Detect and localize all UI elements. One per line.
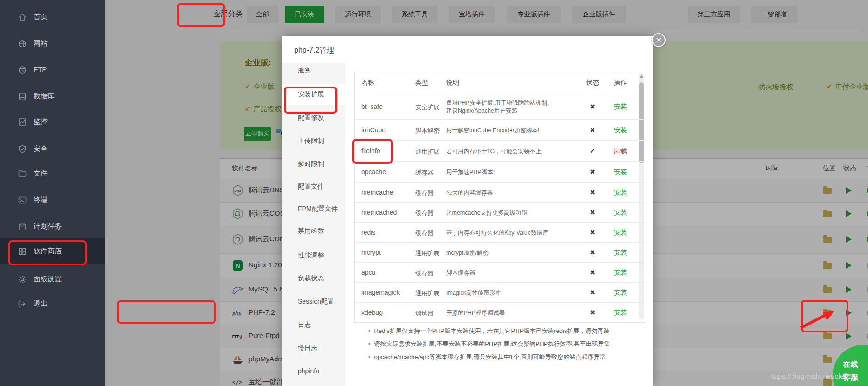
extension-action-安装[interactable]: 安装: [609, 168, 632, 176]
extension-action-安装[interactable]: 安装: [609, 126, 632, 135]
extension-name: memcached: [361, 209, 397, 216]
sidebar-item-label: 软件商店: [34, 247, 62, 256]
extension-action-安装[interactable]: 安装: [609, 269, 632, 277]
modal-title: php-7.2管理: [294, 46, 334, 55]
modal-menu-安装扩展[interactable]: 安装扩展: [282, 84, 345, 105]
website-globe-icon: [18, 39, 27, 48]
modal-menu-label: 配置修改: [298, 114, 324, 122]
home-icon: [18, 13, 27, 22]
modal-menu-禁用函数[interactable]: 禁用函数: [282, 221, 345, 241]
modal-menu-上传限制[interactable]: 上传限制: [282, 131, 345, 151]
extension-type: 缓存器: [415, 229, 434, 237]
modal-menu-Session配置[interactable]: Session配置: [282, 291, 345, 312]
note-line: •Redis扩展仅支持一个PHP版本安装使用，若在其它PHP版本已安装redis…: [368, 327, 609, 335]
modal-menu-phpinfo[interactable]: phpinfo: [282, 361, 345, 382]
extension-type: 脚本解密: [415, 127, 440, 135]
extension-name: redis: [361, 229, 375, 236]
sidebar-item-1[interactable]: 首页: [0, 4, 105, 30]
modal-menu-配置文件[interactable]: 配置文件: [282, 176, 345, 197]
sidebar-item-6[interactable]: 安全: [0, 136, 105, 162]
sidebar-item-5[interactable]: 监控: [0, 109, 105, 135]
modal-menu-label: 服务: [298, 66, 311, 74]
extension-name: xdebug: [361, 309, 383, 316]
modal-menu-日志[interactable]: 日志: [282, 315, 345, 335]
extension-action-安装[interactable]: 安装: [609, 229, 632, 237]
sidebar-item-10[interactable]: 软件商店: [0, 238, 105, 264]
extension-desc: 用于加速PHP脚本!: [446, 169, 586, 176]
extension-type: 缓存器: [415, 169, 434, 177]
sidebar-item-3[interactable]: FTP: [0, 57, 105, 83]
not-installed-x-icon: ✖: [583, 289, 602, 296]
extension-type: 缓存器: [415, 209, 434, 217]
not-installed-x-icon: ✖: [583, 189, 602, 196]
extension-action-安装[interactable]: 安装: [609, 189, 632, 197]
sidebar-item-label: FTP: [34, 65, 47, 73]
note-line: •opcache/xcache/apc等脚本缓存扩展,请只安装其中1个,否则可能…: [368, 353, 606, 361]
extension-action-安装[interactable]: 安装: [609, 209, 632, 217]
sidebar-item-label: 数据库: [34, 92, 55, 101]
ext-column-header: 类型: [415, 79, 428, 87]
sidebar-item-label: 安全: [34, 144, 48, 153]
sidebar-item-12[interactable]: 退出: [0, 291, 105, 317]
sidebar-item-8[interactable]: 终端: [0, 187, 105, 213]
sidebar-item-11[interactable]: 面板设置: [0, 266, 105, 292]
bullet-icon: •: [368, 327, 371, 334]
modal-menu-label: 禁用函数: [298, 227, 324, 235]
sidebar-item-7[interactable]: 文件: [0, 161, 105, 187]
bullet-icon: •: [368, 340, 371, 347]
extension-action-安装[interactable]: 安装: [609, 249, 632, 257]
files-folder-icon: [18, 169, 27, 178]
extension-name: fileinfo: [361, 147, 380, 155]
scroll-up-icon[interactable]: [640, 74, 643, 78]
modal-menu-服务[interactable]: 服务: [282, 60, 345, 81]
modal-menu-FPM配置文件[interactable]: FPM配置文件: [282, 199, 345, 219]
extension-name: bt_safe: [361, 103, 383, 110]
not-installed-x-icon: ✖: [583, 249, 602, 256]
extension-type: 缓存器: [415, 269, 434, 278]
extension-desc: 堡塔PHP安全扩展,用于增强防跨站机制,建议Nginx/Apache用户安装: [446, 99, 586, 115]
extension-desc: 脚本缓存器: [446, 269, 586, 277]
extension-action-安装[interactable]: 安装: [609, 103, 632, 111]
modal-menu-label: FPM配置文件: [298, 205, 338, 213]
modal-menu-label: Session配置: [298, 298, 334, 306]
sidebar-item-9[interactable]: 计划任务: [0, 214, 105, 240]
extension-desc: Imagick高性能图形库: [446, 289, 586, 297]
sidebar-item-label: 退出: [34, 299, 48, 308]
modal-menu-label: 上传限制: [298, 137, 324, 145]
close-icon[interactable]: ✕: [652, 33, 666, 47]
bullet-icon: •: [368, 353, 371, 360]
ext-column-header: 名称: [361, 79, 374, 87]
modal-menu-超时限制[interactable]: 超时限制: [282, 154, 345, 175]
modal-menu-负载状态[interactable]: 负载状态: [282, 268, 345, 289]
extension-desc: 基于内存亦可持久化的Key-Value数据库: [446, 229, 586, 237]
extension-name: mcrypt: [361, 249, 381, 256]
modal-menu-性能调整[interactable]: 性能调整: [282, 245, 345, 266]
watermark-text: https://blog.csdn.net/qlei20: [770, 372, 853, 380]
modal-menu-慢日志[interactable]: 慢日志: [282, 338, 345, 359]
sidebar-item-label: 首页: [34, 13, 48, 21]
extension-action-安装[interactable]: 安装: [609, 309, 632, 317]
sidebar-item-4[interactable]: 数据库: [0, 83, 105, 109]
extension-row: fileinfo通用扩展若可用内存小于1G，可能会安装不上✔卸载: [355, 140, 646, 162]
ext-column-header: 状态: [583, 79, 602, 87]
extension-row: redis缓存器基于内存亦可持久化的Key-Value数据库✖安装: [355, 222, 646, 243]
extension-row: memcache缓存器强大的内容缓存器✖安装: [355, 182, 646, 203]
extension-name: imagemagick: [361, 289, 400, 296]
sidebar-item-label: 面板设置: [34, 275, 62, 284]
sidebar-item-label: 网站: [34, 39, 48, 48]
extension-type: 通用扩展: [415, 289, 440, 298]
extension-row: apcu缓存器脚本缓存器✖安装: [355, 262, 646, 283]
ext-column-header: 操作: [609, 79, 632, 87]
extension-row: memcached缓存器比memcache支持更多高级功能✖安装: [355, 202, 646, 223]
not-installed-x-icon: ✖: [583, 168, 602, 176]
extension-type: 缓存器: [415, 189, 434, 197]
modal-menu-label: 安装扩展: [298, 90, 324, 99]
extension-action-卸载[interactable]: 卸载: [609, 147, 632, 156]
not-installed-x-icon: ✖: [583, 103, 602, 110]
sidebar-item-label: 计划任务: [34, 222, 62, 231]
extension-name: apcu: [361, 269, 375, 276]
sidebar-item-2[interactable]: 网站: [0, 31, 105, 57]
extension-action-安装[interactable]: 安装: [609, 289, 632, 297]
ftp-icon: [18, 65, 27, 74]
modal-menu-配置修改[interactable]: 配置修改: [282, 108, 345, 128]
